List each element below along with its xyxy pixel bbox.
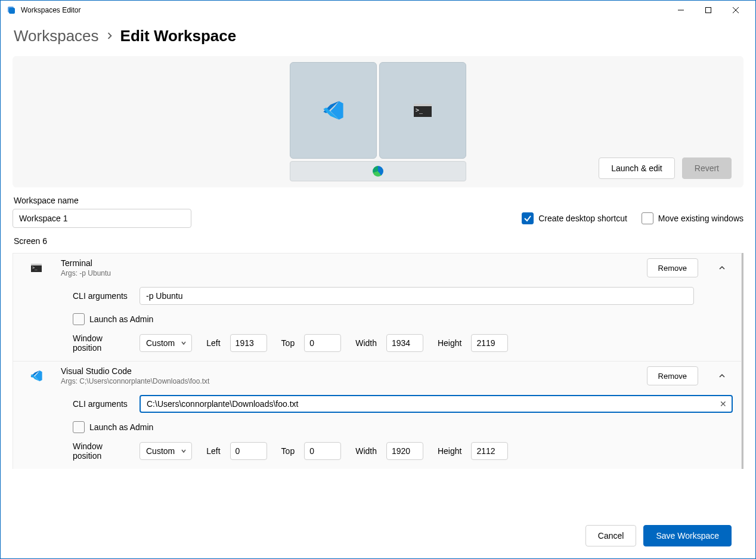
save-workspace-button[interactable]: Save Workspace <box>643 525 732 546</box>
remove-button[interactable]: Remove <box>647 366 698 385</box>
width-input[interactable] <box>386 334 423 352</box>
launch-admin-checkbox[interactable]: Launch as Admin <box>73 421 153 433</box>
height-input[interactable] <box>471 442 508 460</box>
maximize-button[interactable] <box>695 1 722 20</box>
collapse-toggle[interactable] <box>711 366 733 385</box>
position-mode-select[interactable]: Custom <box>140 442 192 460</box>
top-input[interactable] <box>304 334 341 352</box>
preview-tile-edge[interactable] <box>290 161 466 181</box>
chevron-down-icon <box>181 338 187 348</box>
svg-rect-1 <box>9 8 15 14</box>
left-label: Left <box>206 446 220 456</box>
create-shortcut-label: Create desktop shortcut <box>538 214 627 223</box>
svg-rect-3 <box>706 8 711 13</box>
checkbox-unchecked-icon <box>73 421 85 433</box>
move-windows-checkbox[interactable]: Move existing windows <box>642 212 743 224</box>
titlebar: Workspaces Editor <box>1 1 755 20</box>
top-label: Top <box>281 338 295 348</box>
launch-admin-label: Launch as Admin <box>89 314 153 324</box>
screen-header: Screen 6 <box>14 236 743 246</box>
top-input[interactable] <box>304 442 341 460</box>
chevron-up-icon <box>718 264 726 271</box>
cli-label: CLI arguments <box>73 291 132 301</box>
launch-edit-button[interactable]: Launch & edit <box>599 157 675 179</box>
edge-icon <box>373 166 383 177</box>
vscode-icon <box>30 369 43 382</box>
app-card-vscode: Visual Studio Code Args: C;\Users\connor… <box>13 362 742 469</box>
preview-tile-vscode[interactable] <box>290 62 377 159</box>
breadcrumb: Workspaces Edit Workspace <box>14 27 743 45</box>
footer-actions: Cancel Save Workspace <box>585 525 732 546</box>
breadcrumb-root[interactable]: Workspaces <box>14 27 99 45</box>
workspace-name-label: Workspace name <box>14 196 743 205</box>
app-subtitle: Args: -p Ubuntu <box>61 269 637 277</box>
width-input[interactable] <box>386 442 423 460</box>
terminal-icon <box>31 264 42 272</box>
chevron-down-icon <box>181 446 187 456</box>
left-label: Left <box>206 338 220 348</box>
clear-input-button[interactable]: ✕ <box>720 399 727 409</box>
terminal-icon <box>414 104 432 117</box>
cancel-button[interactable]: Cancel <box>585 525 637 546</box>
top-label: Top <box>281 446 295 456</box>
cli-input[interactable] <box>140 287 694 305</box>
move-windows-label: Move existing windows <box>658 214 743 223</box>
vscode-icon <box>322 99 345 122</box>
layout-preview-panel: Launch & edit Revert <box>13 56 743 187</box>
width-label: Width <box>355 446 377 456</box>
close-button[interactable] <box>722 1 749 20</box>
cli-input[interactable] <box>140 395 733 413</box>
launch-admin-label: Launch as Admin <box>89 422 153 432</box>
launch-admin-checkbox[interactable]: Launch as Admin <box>73 313 153 325</box>
app-list: Terminal Args: -p Ubuntu Remove CLI argu… <box>13 253 743 469</box>
workspace-name-input[interactable] <box>13 209 191 228</box>
collapse-toggle[interactable] <box>711 258 733 277</box>
winpos-label: Window position <box>73 441 132 461</box>
app-name: Terminal <box>61 258 637 268</box>
chevron-up-icon <box>718 372 726 379</box>
create-shortcut-checkbox[interactable]: Create desktop shortcut <box>522 212 627 224</box>
app-icon <box>7 5 16 15</box>
app-subtitle: Args: C;\Users\connorplante\Downloads\fo… <box>61 377 637 385</box>
app-name: Visual Studio Code <box>61 366 637 376</box>
checkbox-unchecked-icon <box>73 313 85 325</box>
left-input[interactable] <box>230 334 267 352</box>
cli-label: CLI arguments <box>73 399 132 409</box>
checkbox-checked-icon <box>522 212 534 224</box>
width-label: Width <box>355 338 377 348</box>
window-title: Workspaces Editor <box>21 6 667 14</box>
winpos-label: Window position <box>73 333 132 353</box>
app-card-terminal: Terminal Args: -p Ubuntu Remove CLI argu… <box>13 253 742 362</box>
minimize-button[interactable] <box>667 1 695 20</box>
height-label: Height <box>438 446 461 456</box>
height-label: Height <box>438 338 461 348</box>
left-input[interactable] <box>230 442 267 460</box>
height-input[interactable] <box>471 334 508 352</box>
remove-button[interactable]: Remove <box>647 258 698 277</box>
preview-tile-terminal[interactable] <box>379 62 466 159</box>
revert-button[interactable]: Revert <box>682 157 732 179</box>
checkbox-unchecked-icon <box>642 212 653 224</box>
breadcrumb-current: Edit Workspace <box>120 27 237 45</box>
chevron-right-icon <box>106 30 113 42</box>
position-mode-select[interactable]: Custom <box>140 334 192 352</box>
